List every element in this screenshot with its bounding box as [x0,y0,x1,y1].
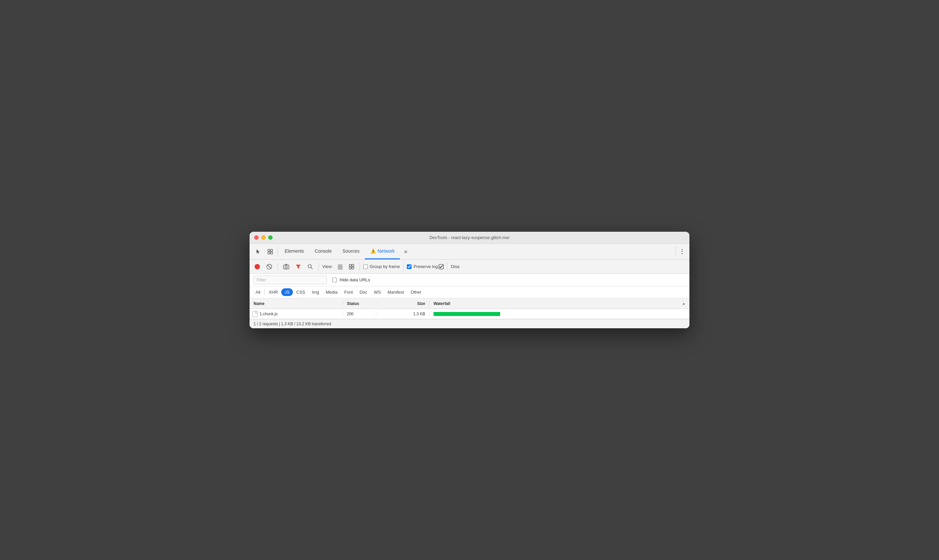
tab-console[interactable]: Console [309,244,337,259]
traffic-lights [254,235,273,240]
type-filter-manifest[interactable]: Manifest [384,288,407,296]
hide-data-urls-checkbox[interactable] [332,278,337,282]
tab-elements[interactable]: Elements [279,244,309,259]
td-waterfall [430,312,689,316]
th-name[interactable]: Name [250,301,343,306]
svg-point-7 [254,264,260,269]
type-filter-doc[interactable]: Doc [356,288,370,296]
filter-button[interactable] [293,262,303,272]
svg-line-9 [267,265,271,269]
tab-sources[interactable]: Sources [337,244,365,259]
hide-data-urls-group[interactable]: Hide data URLs [332,277,370,282]
svg-point-4 [682,249,683,250]
close-button[interactable] [254,235,259,240]
type-filter-css[interactable]: CSS [293,288,308,296]
type-divider-1 [264,289,265,295]
sort-arrow-icon: ▲ [682,302,685,305]
view-group-button[interactable] [347,262,356,271]
toolbar-sep-3 [359,263,360,271]
warning-icon: ⚠️ [370,248,376,254]
type-filter-media[interactable]: Media [322,288,341,296]
clear-button[interactable] [264,262,274,272]
minimize-button[interactable] [261,235,265,240]
file-size: 1.3 KB [413,312,425,316]
svg-line-13 [311,267,313,269]
hide-data-urls-label: Hide data URLs [339,277,370,282]
toolbar-sep-4 [403,263,404,271]
type-filter-ws[interactable]: WS [370,288,384,296]
cursor-icon[interactable] [252,244,264,259]
type-filter-font[interactable]: Font [341,288,356,296]
more-menu-button[interactable] [677,244,687,259]
tab-spacer [411,244,674,259]
preserve-log-check-icon [438,264,444,269]
status-code: 200 [347,312,353,316]
devtools-window: DevTools - react-lazy-suspense.glitch.me… [250,232,689,328]
svg-point-11 [285,266,288,268]
preserve-log-checkbox[interactable] [407,265,412,269]
svg-point-6 [682,253,683,254]
tab-divider-2 [676,246,676,257]
file-name: 1.chunk.js [259,312,278,316]
view-label: View: [322,264,333,269]
table-body: 1.chunk.js 200 1.3 KB [250,309,689,319]
table-header: Name Status Size Waterfall ▲ [250,298,689,309]
window-title: DevTools - react-lazy-suspense.glitch.me… [430,235,510,240]
screenshot-button[interactable] [281,262,291,272]
table-row[interactable]: 1.chunk.js 200 1.3 KB [250,309,689,319]
preserve-log-label: Preserve log [413,264,438,269]
search-button[interactable] [305,262,315,272]
type-filter-bar: All XHR JS CSS Img Media Font Doc WS Man… [250,286,689,298]
th-waterfall[interactable]: Waterfall ▲ [430,301,689,306]
th-status[interactable]: Status [343,301,376,306]
view-list-button[interactable] [336,262,345,271]
group-by-frame-group[interactable]: Group by frame [363,264,400,269]
type-filter-img[interactable]: Img [308,288,322,296]
status-bar: 1 / 2 requests | 1.3 KB / 13.2 KB transf… [250,319,689,328]
svg-rect-21 [352,267,354,269]
filter-input[interactable] [254,276,327,284]
type-filter-js[interactable]: JS [281,288,293,296]
type-filter-xhr[interactable]: XHR [265,288,281,296]
svg-rect-18 [349,265,351,266]
svg-point-5 [682,251,683,252]
waterfall-bar [433,312,500,316]
type-filter-all[interactable]: All [252,288,264,296]
file-icon [252,311,257,317]
group-by-frame-label: Group by frame [370,264,400,269]
td-name: 1.chunk.js [250,311,343,317]
tab-bar: Elements Console Sources ⚠️ Network » [250,244,689,260]
network-table: Name Status Size Waterfall ▲ 1 [250,298,689,319]
devtools-container: Elements Console Sources ⚠️ Network » [250,244,689,328]
toolbar-sep-5 [447,263,447,271]
record-button[interactable] [252,262,262,272]
toolbar: View: [250,260,689,274]
maximize-button[interactable] [268,235,273,240]
type-filter-other[interactable]: Other [407,288,425,296]
svg-rect-3 [271,252,273,254]
disable-cache-label: Disa [451,264,459,269]
group-by-frame-checkbox[interactable] [363,265,368,269]
svg-rect-20 [349,267,351,269]
th-size[interactable]: Size [376,301,430,306]
title-bar: DevTools - react-lazy-suspense.glitch.me… [250,232,689,244]
svg-rect-1 [271,249,273,251]
svg-rect-2 [268,252,270,254]
status-text: 1 / 2 requests | 1.3 KB / 13.2 KB transf… [254,322,331,326]
svg-rect-0 [268,249,270,251]
svg-point-12 [308,265,311,268]
svg-rect-19 [352,265,354,266]
td-status: 200 [343,312,376,316]
toolbar-sep-1 [278,263,278,271]
td-size: 1.3 KB [376,312,430,316]
tab-network[interactable]: ⚠️ Network [365,244,400,259]
inspect-icon[interactable] [264,244,276,259]
tab-divider-1 [278,246,278,257]
filter-bar: Hide data URLs [250,274,689,286]
tab-more-button[interactable]: » [400,244,411,259]
toolbar-sep-2 [319,263,319,271]
preserve-log-group[interactable]: Preserve log [407,264,438,269]
